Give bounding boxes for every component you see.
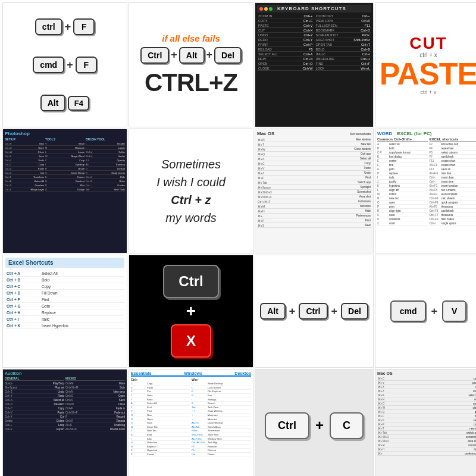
win-row: CCopy [131, 382, 190, 386]
we-row: Ctrl+F9calc sheets [430, 196, 477, 201]
excel-shortcuts-cell: Excel Shortcuts Ctrl + ASelect All Ctrl … [2, 255, 127, 368]
sc-col-right: ZOOM OUTCtrl+- VIEW 100%Ctrl+0 FULLSCREE… [315, 14, 372, 71]
excel-row: Ctrl + HReplace [5, 309, 124, 316]
macos2-row: ⌘+Oopen [377, 402, 476, 406]
sc-row: ITALICCtrl+I [315, 52, 372, 57]
ps-row: Shift+[Softer [86, 150, 125, 154]
ps-row: 0-9Opacity [86, 158, 125, 162]
win-row: ZUndo [131, 394, 190, 398]
ps-tools-col: TOOLS VMove MMarquee LLasso WMagic Wand … [45, 137, 84, 192]
ctrl-c-key-2: C [330, 412, 364, 439]
word-col: Common Ctrl+Shift+ Aselect all Bbold C-V… [377, 137, 428, 226]
ps-row: Ctrl+WClose [5, 150, 44, 154]
dot-yellow [264, 7, 268, 11]
win-row: BBold [131, 433, 190, 437]
sc-row: OPEN TABCtrl+T [315, 42, 372, 47]
dot-red [259, 7, 263, 11]
win-row: UUnderline [131, 441, 190, 445]
ps-row: DDefault [86, 167, 125, 171]
win-row: PrtScScreenshot [192, 429, 251, 433]
wish-text: Sometimes I wish I could Ctrl + z my wor… [156, 155, 226, 227]
sc-row: LOCKWin+L [315, 66, 372, 71]
we-row: Ctrl+F9field codes [430, 217, 477, 221]
macos2-row: ⌘+Ffind [377, 414, 476, 418]
we-row: Alt+F5thesaurus [430, 205, 477, 209]
macos-row: Ctrl+⌘+FFullscreen [257, 199, 371, 204]
macos2-row: ⌘+Vpaste [377, 381, 476, 385]
photoshop-title: Photoshop [5, 131, 125, 136]
cut-label: CUT [409, 35, 447, 52]
excel-row: Ctrl + DFill Down [5, 290, 124, 296]
keyboard-shortcuts-cell: KEYBOARD SHORTCUTS ZOOM INCtrl++ COPYCtr… [255, 2, 374, 127]
we-row: Sh+F3insert function [430, 184, 477, 188]
win-row: OOpen [131, 417, 190, 421]
macos-row: ⌘+PPrint [257, 218, 371, 223]
we-row: Khyperlink [377, 184, 428, 188]
ctrl-c-big-cell: Ctrl + C [255, 369, 374, 476]
sc-row: CUTCtrl+X [257, 28, 314, 33]
ps-row: Shift+]Harder [86, 154, 125, 158]
we-row: Alt+F1create chart [430, 163, 477, 167]
au-col-left: GENERAL SpacePlay/Stop Sh+SpacePlay sel … [5, 377, 64, 431]
win-row: SSave [131, 421, 190, 425]
wish-line1: Sometimes [161, 158, 221, 171]
macos-cell: Mac OS Screenshots ⌘+NNew window ⌘+TNew … [255, 129, 374, 253]
f4-key: F4 [68, 96, 89, 111]
macos-row: ⌘+TNew tab [257, 142, 371, 147]
win-row: ECenter [131, 453, 190, 457]
ps-row: EEraser [45, 175, 84, 179]
win-row: YRedo [131, 397, 190, 402]
macos-row: ⌘+ASelect all [257, 156, 371, 161]
we-row: Ssave [377, 213, 428, 217]
excel-row: Ctrl + FFind [5, 296, 124, 303]
we-row: Zundo [377, 221, 428, 226]
macos-screenshots-label: Screenshots [350, 132, 371, 136]
macos2-row: ⌘+Sh+3screenshot [377, 435, 476, 439]
au-row: Ctrl+NNew sess [65, 390, 125, 394]
del-key-2: Del [341, 303, 368, 320]
macos-row: ⌘+QQuit app [257, 152, 371, 156]
sc-row: NEWCtrl+N [257, 57, 314, 61]
cut-group: CUT ctrl + x [409, 35, 447, 58]
ps-row: SClone Stamp [45, 171, 84, 175]
win-row: WClose Tab [131, 425, 190, 430]
we-row: Hreplace [377, 171, 428, 176]
ps-row: WMagic Wand [45, 154, 84, 158]
win-row: ↑Maximize [192, 414, 251, 418]
macos2-row: ⌘+Tnew tab [377, 427, 476, 431]
ps-row: Ctrl+SSave [5, 154, 44, 158]
win-col-right: Win+ DShow Desktop LLock Screen EFile Ex… [192, 378, 251, 456]
sc-row: UNDOCtrl+Z [257, 33, 314, 37]
ps-row: Ctrl+RRuler [86, 179, 125, 183]
alt-f4-row: Alt F4 [40, 95, 90, 111]
au-row: Ctrl+SSave [65, 398, 125, 402]
excel-row: Ctrl + ASelect All [5, 270, 124, 277]
we-row: Ctrl+1single space [430, 221, 477, 226]
macos2-title: Mac OS [377, 371, 476, 375]
win-col-left: Ctrl+ CCopy VPaste XCut ZUndo YRedo ASel… [131, 378, 190, 456]
we-cols: Common Ctrl+Shift+ Aselect all Bbold C-V… [377, 137, 476, 226]
ps-row: MMarquee [45, 146, 84, 150]
photoshop-shortcuts: SET-UP Ctrl+NNew Ctrl+OOpen Ctrl+WClose … [5, 137, 125, 192]
ps-row: ]Larger [86, 146, 125, 150]
ps-row: Ctrl+HHide [86, 175, 125, 179]
ctrl-c-key-1: Ctrl [265, 412, 309, 439]
word-label: WORD [377, 131, 392, 136]
ps-row: Ctrl+ZUndo [5, 158, 44, 162]
excel-shortcuts-list: Ctrl + ASelect All Ctrl + BBold Ctrl + C… [5, 270, 124, 329]
excel-row: Ctrl + KInsert Hyperlink [5, 322, 124, 329]
win-row: ISettings [192, 397, 251, 402]
macos-shortcuts: ⌘+NNew window ⌘+TNew tab ⌘+WClose window… [257, 137, 371, 228]
shortcuts-title: KEYBOARD SHORTCUTS [277, 6, 346, 11]
sc-row: AREA SHOTShift+PrtSc [315, 37, 372, 42]
plus-1: + [65, 21, 71, 33]
win-row: DShow Desktop [192, 382, 251, 386]
ps-row: [Smaller [86, 142, 125, 146]
win-row: ↓Minimize [192, 417, 251, 421]
f-key-1: F [73, 18, 95, 35]
excel-col: EXCEL shortcuts F2edit active cell F4rep… [430, 137, 477, 226]
win-row: F2Rename [192, 445, 251, 449]
we-row: Ecenter [377, 159, 428, 163]
ctrl-key-2: Ctrl [140, 47, 169, 64]
ps-row: IEyedrop [45, 162, 84, 167]
